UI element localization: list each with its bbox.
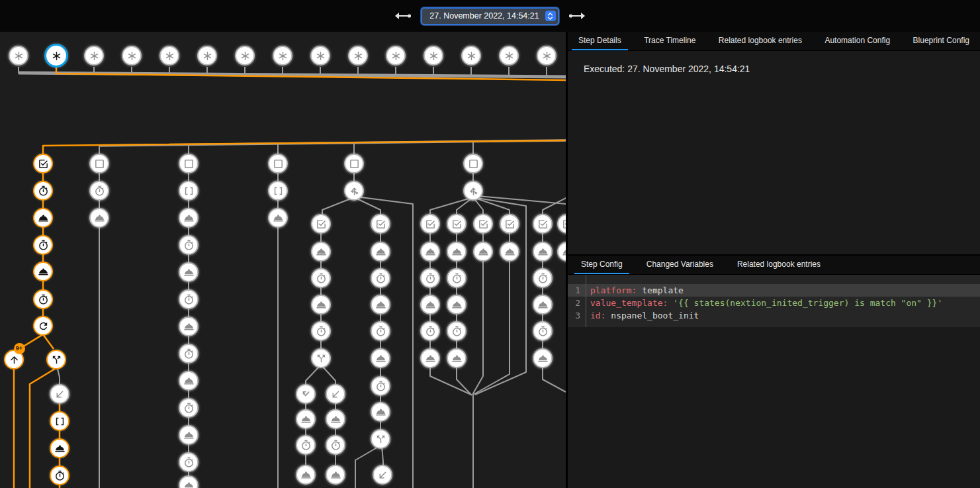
trigger-node[interactable]: [273, 46, 292, 66]
condition-node[interactable]: [89, 154, 109, 173]
delay-node[interactable]: [447, 268, 467, 288]
choose-node[interactable]: [463, 181, 483, 201]
service-call-node[interactable]: [420, 295, 440, 315]
delay-node[interactable]: [33, 289, 53, 309]
delay-node[interactable]: [371, 268, 390, 288]
wait-template-node[interactable]: [50, 411, 69, 431]
trigger-node[interactable]: [348, 46, 368, 66]
tab-related-logbook-entries[interactable]: Related logbook entries: [712, 32, 809, 50]
delay-node[interactable]: [311, 268, 331, 288]
service-call-node[interactable]: [447, 295, 467, 315]
trigger-node[interactable]: [499, 46, 519, 66]
delay-node[interactable]: [179, 235, 199, 255]
service-call-node[interactable]: [179, 425, 199, 445]
trigger-node[interactable]: [197, 46, 217, 66]
service-call-node[interactable]: [326, 409, 345, 429]
trigger-node[interactable]: [310, 46, 330, 66]
split-node[interactable]: [311, 348, 331, 368]
service-call-node[interactable]: [533, 242, 553, 262]
condition-option-node[interactable]: [420, 214, 440, 234]
service-call-node[interactable]: [533, 348, 553, 368]
trigger-selected-node[interactable]: [44, 44, 68, 68]
delay-node[interactable]: [533, 268, 553, 288]
iteration-count-badge[interactable]: 9+: [14, 343, 25, 354]
trigger-node[interactable]: [423, 46, 443, 66]
service-call-node[interactable]: [447, 242, 467, 262]
trace-run-select[interactable]: 27. November 2022, 14:54:21: [421, 7, 558, 25]
split-node[interactable]: [46, 350, 66, 369]
previous-run-button[interactable]: [394, 11, 412, 21]
delay-node[interactable]: [179, 289, 199, 309]
trigger-node[interactable]: [159, 46, 179, 66]
condition-option-node[interactable]: [473, 214, 493, 234]
trigger-node[interactable]: [9, 46, 28, 66]
delay-node[interactable]: [371, 376, 390, 396]
tab-changed-variables[interactable]: Changed Variables: [640, 256, 720, 274]
condition-option-node[interactable]: [533, 214, 553, 234]
trigger-node[interactable]: [461, 46, 481, 66]
delay-node[interactable]: [33, 235, 53, 255]
trigger-node[interactable]: [122, 46, 142, 66]
tab-trace-timeline[interactable]: Trace Timeline: [637, 32, 702, 50]
split-node[interactable]: [371, 429, 390, 449]
service-call-node[interactable]: [533, 295, 553, 315]
service-call-node[interactable]: [296, 409, 316, 429]
condition-option-node[interactable]: [371, 214, 390, 234]
service-call-node[interactable]: [371, 242, 390, 262]
delay-node[interactable]: [179, 344, 199, 364]
delay-node[interactable]: [420, 268, 440, 288]
service-call-node[interactable]: [371, 402, 390, 422]
service-call-node[interactable]: [420, 348, 440, 368]
repeat-node[interactable]: [33, 316, 53, 336]
delay-node[interactable]: [179, 452, 199, 472]
service-call-node[interactable]: [371, 295, 390, 315]
tab-step-config[interactable]: Step Config: [574, 256, 629, 274]
service-call-node[interactable]: [268, 208, 288, 228]
condition-option-node[interactable]: [311, 214, 331, 234]
service-call-node[interactable]: [311, 295, 331, 315]
service-call-node[interactable]: [500, 242, 519, 262]
service-call-node[interactable]: [473, 242, 493, 262]
tab-step-details[interactable]: Step Details: [572, 32, 628, 50]
step-config-editor[interactable]: 1platform: template2value_template: '{{ …: [568, 275, 980, 327]
service-call-node[interactable]: [89, 208, 109, 228]
trigger-node[interactable]: [537, 46, 557, 66]
trigger-node[interactable]: [84, 46, 104, 66]
panel-divider[interactable]: [566, 32, 568, 488]
trigger-node[interactable]: [235, 46, 255, 66]
service-call-node[interactable]: [179, 208, 199, 228]
delay-node[interactable]: [326, 435, 345, 455]
service-call-node[interactable]: [311, 242, 331, 262]
delay-node[interactable]: [33, 181, 53, 201]
tab-automation-config[interactable]: Automation Config: [818, 32, 897, 50]
tab-blueprint-config[interactable]: Blueprint Config: [907, 32, 976, 50]
wait-template-node[interactable]: [268, 181, 288, 201]
tab-related-logbook-entries[interactable]: Related logbook entries: [731, 256, 827, 274]
service-call-node[interactable]: [50, 438, 69, 458]
delay-node[interactable]: [50, 465, 69, 485]
service-call-node[interactable]: [179, 371, 199, 391]
service-call-node[interactable]: [33, 262, 53, 281]
condition-option-node[interactable]: [447, 214, 467, 234]
service-call-node[interactable]: [371, 348, 390, 368]
delay-node[interactable]: [311, 321, 331, 341]
service-call-node[interactable]: [296, 465, 316, 485]
condition-node[interactable]: [179, 154, 199, 173]
service-call-node[interactable]: [179, 262, 199, 282]
service-call-node[interactable]: [33, 208, 53, 228]
delay-node[interactable]: [296, 435, 316, 455]
delay-node[interactable]: [89, 181, 109, 201]
delay-node[interactable]: [533, 321, 553, 341]
branch-exit-node[interactable]: [50, 384, 69, 404]
service-call-node[interactable]: [447, 348, 467, 368]
wait-template-node[interactable]: [179, 181, 199, 201]
trigger-node[interactable]: [386, 46, 406, 66]
condition-node[interactable]: [344, 154, 364, 173]
delay-node[interactable]: [179, 398, 199, 418]
branch-exit-node[interactable]: [373, 465, 392, 485]
condition-passed-node[interactable]: [33, 154, 53, 173]
condition-option-node[interactable]: [500, 214, 519, 234]
delay-node[interactable]: [447, 321, 467, 341]
delay-node[interactable]: [420, 321, 440, 341]
branch-taken-node[interactable]: [296, 384, 316, 404]
